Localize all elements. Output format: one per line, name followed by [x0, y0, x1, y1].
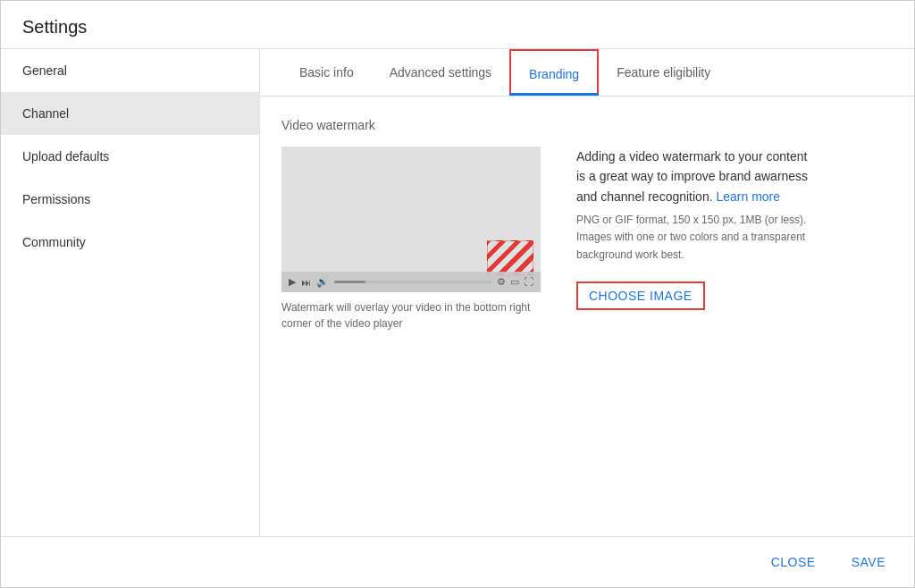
format-info: PNG or GIF format, 150 x 150 px, 1MB (or… — [576, 212, 893, 264]
watermark-section: ▶ ⏭ 🔊 ⚙ ▭ ⛶ — [281, 147, 893, 332]
progress-fill — [334, 281, 365, 283]
page-title: Settings — [22, 17, 87, 37]
sidebar-item-channel-label: Channel — [22, 106, 69, 121]
section-title: Video watermark — [281, 118, 893, 132]
sidebar-item-upload-defaults-label: Upload defaults — [22, 149, 109, 164]
header: Settings — [1, 1, 914, 49]
video-preview: ▶ ⏭ 🔊 ⚙ ▭ ⛶ — [281, 147, 541, 292]
sidebar-item-upload-defaults[interactable]: Upload defaults — [1, 135, 259, 178]
tab-advanced-settings[interactable]: Advanced settings — [372, 49, 509, 96]
description-line1: Adding a video watermark to your content — [576, 149, 807, 164]
description-line3: and channel recognition. — [576, 189, 713, 204]
volume-icon[interactable]: 🔊 — [316, 276, 329, 288]
footer: CLOSE SAVE — [1, 536, 914, 587]
learn-more-link[interactable]: Learn more — [716, 189, 780, 204]
sidebar-item-permissions[interactable]: Permissions — [1, 178, 259, 221]
settings-icon[interactable]: ⚙ — [497, 276, 506, 288]
close-button[interactable]: CLOSE — [764, 550, 823, 575]
sidebar-item-community-label: Community — [22, 235, 86, 249]
app-container: Settings General Channel Upload defaults… — [1, 1, 914, 587]
video-caption: Watermark will overlay your video in the… — [281, 299, 541, 332]
play-icon[interactable]: ▶ — [289, 276, 296, 288]
sidebar-item-general-label: General — [22, 63, 67, 78]
control-icons-right: ⚙ ▭ ⛶ — [497, 276, 533, 288]
content-area: Basic info Advanced settings Branding Fe… — [260, 49, 914, 536]
sidebar-item-permissions-label: Permissions — [22, 192, 90, 206]
progress-bar[interactable] — [334, 281, 491, 283]
sidebar-item-channel[interactable]: Channel — [1, 92, 259, 135]
tab-content-branding: Video watermark ▶ ⏭ — [260, 97, 914, 536]
sidebar-item-general[interactable]: General — [1, 49, 259, 92]
watermark-overlay — [487, 240, 533, 276]
tab-branding[interactable]: Branding — [509, 49, 599, 96]
choose-image-button[interactable]: CHOOSE IMAGE — [576, 281, 705, 310]
watermark-description: Adding a video watermark to your content… — [576, 147, 893, 332]
sidebar-item-community[interactable]: Community — [1, 221, 259, 264]
watermark-stripes — [487, 240, 533, 276]
tab-feature-eligibility[interactable]: Feature eligibility — [599, 49, 728, 96]
tab-basic-info[interactable]: Basic info — [281, 49, 372, 96]
main-layout: General Channel Upload defaults Permissi… — [1, 49, 914, 536]
description-line2: is a great way to improve brand awarness — [576, 169, 808, 183]
fullscreen-icon[interactable]: ⛶ — [524, 276, 533, 288]
miniplayer-icon[interactable]: ▭ — [510, 276, 519, 288]
description-text: Adding a video watermark to your content… — [576, 147, 893, 206]
skip-icon[interactable]: ⏭ — [301, 277, 311, 288]
save-button[interactable]: SAVE — [844, 550, 893, 575]
video-controls: ▶ ⏭ 🔊 ⚙ ▭ ⛶ — [281, 272, 541, 292]
video-preview-container: ▶ ⏭ 🔊 ⚙ ▭ ⛶ — [281, 147, 541, 332]
sidebar: General Channel Upload defaults Permissi… — [1, 49, 260, 536]
tabs: Basic info Advanced settings Branding Fe… — [260, 49, 914, 97]
